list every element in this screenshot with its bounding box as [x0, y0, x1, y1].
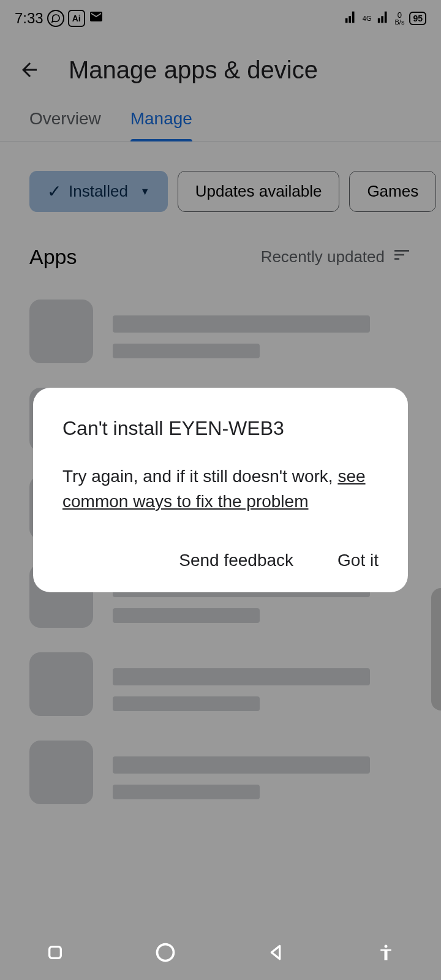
nav-back-button[interactable]	[263, 940, 288, 965]
svg-point-1	[157, 944, 174, 961]
send-feedback-button[interactable]: Send feedback	[179, 551, 293, 570]
modal-overlay[interactable]: Can't install EYEN-WEB3 Try again, and i…	[0, 0, 441, 980]
dialog-title: Can't install EYEN-WEB3	[62, 417, 379, 440]
error-dialog: Can't install EYEN-WEB3 Try again, and i…	[33, 388, 408, 592]
dialog-body-text: Try again, and if it still doesn't work,	[62, 467, 337, 486]
svg-point-2	[385, 945, 388, 948]
nav-accessibility-button[interactable]	[374, 940, 398, 965]
dialog-body: Try again, and if it still doesn't work,…	[62, 464, 379, 514]
nav-home-button[interactable]	[153, 940, 178, 965]
got-it-button[interactable]: Got it	[337, 551, 379, 570]
svg-rect-0	[50, 947, 61, 959]
nav-recent-button[interactable]	[43, 940, 67, 965]
